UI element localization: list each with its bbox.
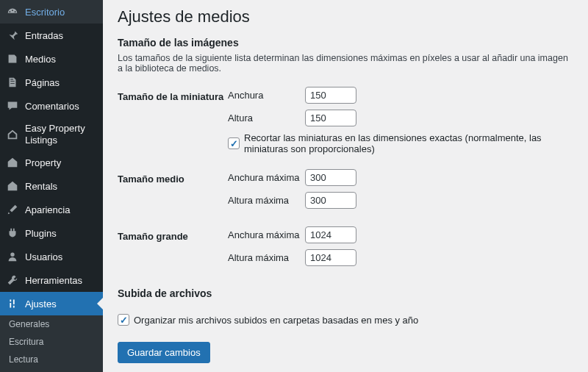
uploads-heading: Subida de archivos bbox=[118, 287, 573, 299]
house-icon bbox=[6, 179, 19, 193]
sidebar-item-escritorio[interactable]: Escritorio bbox=[0, 0, 103, 24]
sidebar-item-label: Escritorio bbox=[25, 7, 65, 18]
subitem-lectura[interactable]: Lectura bbox=[0, 351, 103, 368]
page-title: Ajustes de medios bbox=[118, 7, 573, 26]
sidebar-item-label: Páginas bbox=[25, 77, 60, 88]
comment-icon bbox=[6, 99, 19, 112]
sidebar-item-label: Apariencia bbox=[25, 204, 70, 215]
sidebar-item-label: Entradas bbox=[25, 30, 63, 41]
large-height-label: Altura máxima bbox=[228, 252, 305, 263]
sidebar-item-label: Property bbox=[25, 157, 61, 168]
sidebar-item-label: Plugins bbox=[25, 228, 57, 239]
organize-uploads-checkbox[interactable] bbox=[118, 314, 129, 326]
sidebar-item-comentarios[interactable]: Comentarios bbox=[0, 94, 103, 118]
large-height-input[interactable] bbox=[305, 249, 356, 266]
sidebar-item-label: Rentals bbox=[25, 181, 57, 192]
tools-icon bbox=[6, 273, 19, 287]
sidebar-item-label: Easy Property Listings bbox=[25, 123, 97, 146]
page-icon bbox=[6, 76, 19, 89]
medium-row: Tamaño medio Anchura máxima Altura máxim… bbox=[118, 169, 573, 215]
pin-icon bbox=[6, 29, 19, 42]
thumb-crop-label: Recortar las miniaturas en las dimension… bbox=[244, 132, 573, 154]
sidebar-item-easy-property[interactable]: Easy Property Listings bbox=[0, 118, 103, 151]
dashboard-icon bbox=[6, 5, 19, 18]
subitem-generales[interactable]: Generales bbox=[0, 315, 103, 333]
media-icon bbox=[6, 52, 19, 65]
sidebar-item-label: Medios bbox=[25, 54, 56, 65]
sidebar-item-herramientas[interactable]: Herramientas bbox=[0, 268, 103, 292]
sidebar-item-label: Comentarios bbox=[25, 101, 79, 112]
sidebar-item-entradas[interactable]: Entradas bbox=[0, 24, 103, 47]
sidebar-item-plugins[interactable]: Plugins bbox=[0, 221, 103, 245]
plugin-icon bbox=[6, 226, 19, 240]
sidebar-item-property[interactable]: Property bbox=[0, 151, 103, 174]
thumbnail-label: Tamaño de la miniatura bbox=[118, 87, 228, 102]
medium-width-input[interactable] bbox=[305, 169, 356, 186]
images-desc: Los tamaños de la siguiente lista determ… bbox=[118, 53, 573, 74]
settings-icon bbox=[6, 297, 19, 310]
main-content: Ajustes de medios Tamaño de las imágenes… bbox=[103, 0, 588, 372]
subitem-escritura[interactable]: Escritura bbox=[0, 333, 103, 351]
admin-sidebar: Escritorio Entradas Medios Páginas Comen… bbox=[0, 0, 103, 372]
large-width-label: Anchura máxima bbox=[228, 229, 305, 240]
thumbnail-row: Tamaño de la miniatura Anchura Altura Re… bbox=[118, 87, 573, 165]
save-button[interactable]: Guardar cambios bbox=[118, 342, 210, 363]
house-icon bbox=[6, 128, 19, 141]
medium-height-input[interactable] bbox=[305, 192, 356, 209]
sidebar-item-label: Herramientas bbox=[25, 275, 82, 286]
user-icon bbox=[6, 250, 19, 263]
large-width-input[interactable] bbox=[305, 226, 356, 243]
thumb-crop-checkbox[interactable] bbox=[228, 137, 240, 149]
house-icon bbox=[6, 156, 19, 169]
sidebar-item-label: Ajustes bbox=[25, 298, 57, 310]
sidebar-item-rentals[interactable]: Rentals bbox=[0, 174, 103, 198]
sidebar-item-ajustes[interactable]: Ajustes bbox=[0, 292, 103, 315]
sidebar-item-paginas[interactable]: Páginas bbox=[0, 71, 103, 94]
medium-label: Tamaño medio bbox=[118, 169, 228, 185]
thumb-height-label: Altura bbox=[228, 112, 305, 124]
large-label: Tamaño grande bbox=[118, 226, 228, 242]
brush-icon bbox=[6, 203, 19, 216]
medium-height-label: Altura máxima bbox=[228, 195, 305, 206]
section-images-heading: Tamaño de las imágenes bbox=[118, 37, 573, 49]
sidebar-item-medios[interactable]: Medios bbox=[0, 47, 103, 71]
medium-width-label: Anchura máxima bbox=[228, 172, 305, 183]
thumb-width-label: Anchura bbox=[228, 90, 305, 101]
sidebar-item-label: Usuarios bbox=[25, 251, 62, 262]
thumb-width-input[interactable] bbox=[305, 87, 356, 104]
sidebar-item-apariencia[interactable]: Apariencia bbox=[0, 198, 103, 221]
organize-uploads-label: Organizar mis archivos subidos en carpet… bbox=[134, 315, 418, 326]
subitem-comentarios[interactable]: Comentarios bbox=[0, 368, 103, 372]
thumb-height-input[interactable] bbox=[305, 110, 356, 126]
large-row: Tamaño grande Anchura máxima Altura máxi… bbox=[118, 226, 573, 272]
sidebar-item-usuarios[interactable]: Usuarios bbox=[0, 245, 103, 268]
